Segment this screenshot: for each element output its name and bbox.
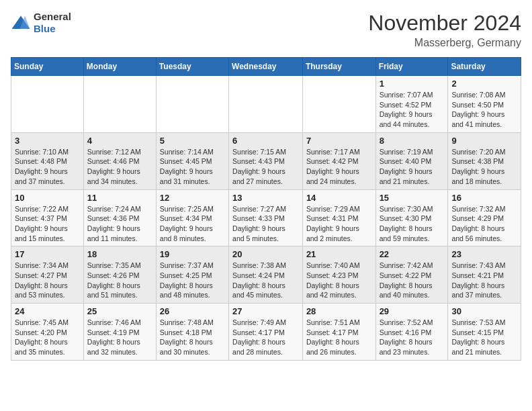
table-row (156, 76, 228, 133)
day-number: 18 (87, 249, 152, 259)
table-row (229, 76, 303, 133)
day-number: 26 (160, 306, 225, 316)
day-info: Sunrise: 7:46 AMSunset: 4:19 PMDaylight:… (87, 318, 152, 357)
table-row: 27Sunrise: 7:49 AMSunset: 4:17 PMDayligh… (229, 304, 303, 361)
table-row (302, 76, 375, 133)
day-info: Sunrise: 7:37 AMSunset: 4:25 PMDaylight:… (160, 261, 225, 300)
table-row: 16Sunrise: 7:32 AMSunset: 4:29 PMDayligh… (448, 189, 521, 246)
day-info: Sunrise: 7:34 AMSunset: 4:27 PMDaylight:… (15, 261, 80, 300)
header-tuesday: Tuesday (156, 58, 228, 76)
day-info: Sunrise: 7:45 AMSunset: 4:20 PMDaylight:… (15, 318, 80, 357)
page-header: General Blue November 2024 Masserberg, G… (11, 11, 521, 49)
table-row: 22Sunrise: 7:42 AMSunset: 4:22 PMDayligh… (375, 246, 448, 304)
day-info: Sunrise: 7:42 AMSunset: 4:22 PMDaylight:… (380, 261, 445, 300)
table-row (11, 76, 84, 133)
table-row: 24Sunrise: 7:45 AMSunset: 4:20 PMDayligh… (11, 304, 84, 361)
table-row: 19Sunrise: 7:37 AMSunset: 4:25 PMDayligh… (156, 246, 228, 304)
day-number: 29 (380, 306, 445, 316)
day-info: Sunrise: 7:30 AMSunset: 4:30 PMDaylight:… (380, 204, 445, 244)
table-row: 6Sunrise: 7:15 AMSunset: 4:43 PMDaylight… (229, 132, 303, 189)
day-number: 21 (306, 249, 372, 259)
title-section: November 2024 Masserberg, Germany (368, 11, 521, 49)
day-info: Sunrise: 7:19 AMSunset: 4:40 PMDaylight:… (380, 147, 445, 187)
table-row: 2Sunrise: 7:08 AMSunset: 4:50 PMDaylight… (448, 76, 521, 133)
table-row: 21Sunrise: 7:40 AMSunset: 4:23 PMDayligh… (302, 246, 375, 304)
day-number: 25 (87, 306, 152, 316)
day-info: Sunrise: 7:40 AMSunset: 4:23 PMDaylight:… (306, 261, 372, 300)
table-row: 4Sunrise: 7:12 AMSunset: 4:46 PMDaylight… (83, 132, 156, 189)
calendar-week-row: 24Sunrise: 7:45 AMSunset: 4:20 PMDayligh… (11, 304, 521, 361)
table-row: 11Sunrise: 7:24 AMSunset: 4:36 PMDayligh… (83, 189, 156, 246)
day-info: Sunrise: 7:52 AMSunset: 4:16 PMDaylight:… (380, 318, 445, 357)
day-info: Sunrise: 7:53 AMSunset: 4:15 PMDaylight:… (451, 318, 517, 357)
day-number: 2 (451, 79, 517, 89)
logo-general: General (34, 11, 71, 22)
logo-icon (11, 15, 31, 31)
header-friday: Friday (375, 58, 448, 76)
day-number: 17 (15, 249, 80, 259)
calendar-week-row: 17Sunrise: 7:34 AMSunset: 4:27 PMDayligh… (11, 246, 521, 304)
day-number: 24 (15, 306, 80, 316)
table-row: 14Sunrise: 7:29 AMSunset: 4:31 PMDayligh… (302, 189, 375, 246)
table-row: 7Sunrise: 7:17 AMSunset: 4:42 PMDaylight… (302, 132, 375, 189)
day-number: 19 (160, 249, 225, 259)
day-info: Sunrise: 7:14 AMSunset: 4:45 PMDaylight:… (160, 147, 225, 187)
month-title: November 2024 (368, 11, 521, 36)
table-row: 15Sunrise: 7:30 AMSunset: 4:30 PMDayligh… (375, 189, 448, 246)
table-row: 20Sunrise: 7:38 AMSunset: 4:24 PMDayligh… (229, 246, 303, 304)
day-number: 27 (232, 306, 299, 316)
day-number: 8 (380, 136, 445, 146)
location: Masserberg, Germany (368, 37, 521, 49)
table-row: 26Sunrise: 7:48 AMSunset: 4:18 PMDayligh… (156, 304, 228, 361)
table-row: 8Sunrise: 7:19 AMSunset: 4:40 PMDaylight… (375, 132, 448, 189)
day-number: 5 (160, 136, 225, 146)
day-info: Sunrise: 7:27 AMSunset: 4:33 PMDaylight:… (232, 204, 299, 244)
day-info: Sunrise: 7:38 AMSunset: 4:24 PMDaylight:… (232, 261, 299, 300)
day-number: 20 (232, 249, 299, 259)
table-row: 10Sunrise: 7:22 AMSunset: 4:37 PMDayligh… (11, 189, 84, 246)
day-number: 9 (451, 136, 517, 146)
day-number: 23 (451, 249, 517, 259)
day-number: 15 (380, 193, 445, 203)
day-info: Sunrise: 7:43 AMSunset: 4:21 PMDaylight:… (451, 261, 517, 300)
table-row: 5Sunrise: 7:14 AMSunset: 4:45 PMDaylight… (156, 132, 228, 189)
calendar-week-row: 1Sunrise: 7:07 AMSunset: 4:52 PMDaylight… (11, 76, 521, 133)
table-row: 17Sunrise: 7:34 AMSunset: 4:27 PMDayligh… (11, 246, 84, 304)
day-number: 16 (451, 193, 517, 203)
day-number: 22 (380, 249, 445, 259)
day-number: 4 (87, 136, 152, 146)
day-info: Sunrise: 7:10 AMSunset: 4:48 PMDaylight:… (15, 147, 80, 187)
day-info: Sunrise: 7:32 AMSunset: 4:29 PMDaylight:… (451, 204, 517, 244)
table-row: 23Sunrise: 7:43 AMSunset: 4:21 PMDayligh… (448, 246, 521, 304)
logo: General Blue (11, 11, 71, 35)
logo-blue: Blue (34, 23, 56, 34)
day-number: 1 (380, 79, 445, 89)
day-info: Sunrise: 7:29 AMSunset: 4:31 PMDaylight:… (306, 204, 372, 244)
header-thursday: Thursday (302, 58, 375, 76)
day-number: 28 (306, 306, 372, 316)
day-number: 30 (451, 306, 517, 316)
header-wednesday: Wednesday (229, 58, 303, 76)
day-info: Sunrise: 7:51 AMSunset: 4:17 PMDaylight:… (306, 318, 372, 357)
day-info: Sunrise: 7:25 AMSunset: 4:34 PMDaylight:… (160, 204, 225, 244)
day-info: Sunrise: 7:35 AMSunset: 4:26 PMDaylight:… (87, 261, 152, 300)
day-number: 12 (160, 193, 225, 203)
table-row: 3Sunrise: 7:10 AMSunset: 4:48 PMDaylight… (11, 132, 84, 189)
day-number: 13 (232, 193, 299, 203)
header-monday: Monday (83, 58, 156, 76)
calendar-week-row: 3Sunrise: 7:10 AMSunset: 4:48 PMDaylight… (11, 132, 521, 189)
header-saturday: Saturday (448, 58, 521, 76)
day-info: Sunrise: 7:48 AMSunset: 4:18 PMDaylight:… (160, 318, 225, 357)
day-info: Sunrise: 7:15 AMSunset: 4:43 PMDaylight:… (232, 147, 299, 187)
day-info: Sunrise: 7:24 AMSunset: 4:36 PMDaylight:… (87, 204, 152, 244)
day-info: Sunrise: 7:07 AMSunset: 4:52 PMDaylight:… (380, 90, 445, 130)
table-row: 28Sunrise: 7:51 AMSunset: 4:17 PMDayligh… (302, 304, 375, 361)
calendar-week-row: 10Sunrise: 7:22 AMSunset: 4:37 PMDayligh… (11, 189, 521, 246)
day-info: Sunrise: 7:20 AMSunset: 4:38 PMDaylight:… (451, 147, 517, 187)
day-info: Sunrise: 7:08 AMSunset: 4:50 PMDaylight:… (451, 90, 517, 130)
table-row: 9Sunrise: 7:20 AMSunset: 4:38 PMDaylight… (448, 132, 521, 189)
table-row (83, 76, 156, 133)
day-info: Sunrise: 7:17 AMSunset: 4:42 PMDaylight:… (306, 147, 372, 187)
table-row: 1Sunrise: 7:07 AMSunset: 4:52 PMDaylight… (375, 76, 448, 133)
calendar-table: Sunday Monday Tuesday Wednesday Thursday… (11, 57, 521, 361)
